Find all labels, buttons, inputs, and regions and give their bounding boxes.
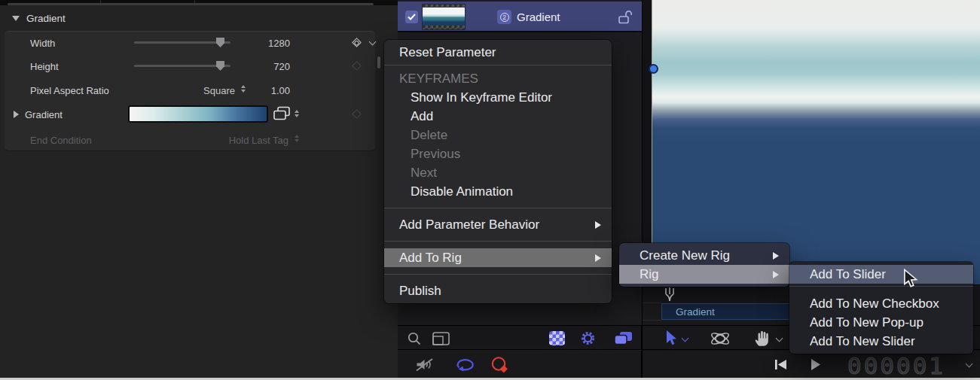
fit-window-icon[interactable] [432,332,450,345]
end-condition-label: End Condition [30,135,92,146]
submenu-arrow-icon [595,221,601,229]
inspector-panel: Gradient Width 1280 Height 720 Pixel Asp… [0,0,398,380]
canvas-margin [643,0,652,284]
height-value[interactable]: 720 [226,61,290,72]
panel-top-divider [0,0,398,5]
section-title: Gradient [26,13,66,24]
menu-item-add-to-slider[interactable]: Add To Slider [789,265,973,284]
select-tool-chevron-icon[interactable] [682,335,689,342]
transparency-checkerboard-icon[interactable] [549,331,565,345]
gradient-preset-icon[interactable] [273,106,291,122]
motion-window: Gradient Width 1280 Height 720 Pixel Asp… [0,0,980,380]
menu-item-add-to-new-slider[interactable]: Add To New Slider [789,332,973,351]
search-icon[interactable] [407,331,422,346]
menu-item-delete-keyframe: Delete [384,126,612,144]
disclosure-triangle-icon[interactable] [12,16,20,21]
menu-item-add-to-rig[interactable]: Add To Rig [384,248,612,267]
menu-separator [384,274,612,275]
menu-item-add-parameter-behavior[interactable]: Add Parameter Behavior [384,215,612,234]
gear-icon[interactable] [580,330,596,346]
timeline-row-divider [643,320,661,321]
menu-item-add-to-new-popup[interactable]: Add To New Pop-up [789,313,973,332]
gradient-preset-stepper-icon[interactable] [295,110,299,117]
layers-toolbar [398,325,642,350]
pixel-aspect-ratio-label: Pixel Aspect Ratio [30,85,109,96]
timeline-row-divider [643,302,661,303]
menu-item-show-in-keyframe-editor[interactable]: Show In Keyframe Editor [384,88,612,107]
select-tool-icon[interactable] [664,330,677,346]
menu-section-keyframes: KEYFRAMES [384,69,612,88]
layer-thumbnail[interactable] [422,4,466,30]
menu-separator [789,286,973,287]
canvas-gradient-object[interactable] [652,0,980,284]
menu-separator [384,241,612,242]
playhead-marker-icon[interactable] [664,287,676,302]
mouse-cursor-icon [903,269,918,290]
mute-icon[interactable] [414,356,435,373]
rig-submenu: Create New Rig Rig [619,243,789,287]
pixel-aspect-ratio-popup[interactable]: Square [151,85,235,96]
width-label: Width [30,38,55,49]
record-animation-icon[interactable] [490,355,511,375]
timecode-field[interactable]: 000001 [840,352,953,379]
check-icon [408,14,416,20]
menu-separator [384,208,612,208]
inspector-scrollbar-thumb[interactable] [377,56,380,68]
timecode-chevron-icon[interactable] [966,360,973,368]
go-to-start-icon[interactable] [774,359,787,370]
submenu-arrow-icon [773,271,779,278]
pixel-aspect-ratio-value: 1.00 [226,85,290,96]
layer-row-gradient[interactable]: 2 Gradient [398,2,642,32]
hand-tool-chevron-icon[interactable] [776,335,783,342]
menu-item-reset-parameter[interactable]: Reset Parameter [384,43,612,62]
orbit-3d-tool-icon[interactable] [709,329,731,348]
layers-icon[interactable] [614,331,633,346]
unlock-icon[interactable] [618,9,633,25]
menu-item-next-keyframe: Next [384,163,612,182]
submenu-arrow-icon [773,252,779,260]
height-label: Height [30,61,59,72]
menu-item-rig[interactable]: Rig [619,265,789,284]
gradient-section-header[interactable]: Gradient [12,13,66,24]
timeline-track-label: Gradient [676,306,715,318]
slider-submenu: Add To Slider Add To New Checkbox Add To… [789,262,973,354]
parameter-context-menu: Reset Parameter KEYFRAMES Show In Keyfra… [384,40,612,303]
menu-item-add-keyframe[interactable]: Add [384,107,612,126]
horizontal-scrollbar-track[interactable] [8,3,374,5]
menu-item-disable-animation[interactable]: Disable Animation [384,182,612,201]
layer-name: Gradient [517,11,560,23]
object-selection-handle[interactable] [649,64,658,74]
loop-playback-icon[interactable] [454,357,477,372]
menu-item-add-to-new-checkbox[interactable]: Add To New Checkbox [789,294,973,313]
gradient-row-label: Gradient [25,109,63,120]
menu-item-publish[interactable]: Publish [384,281,612,300]
height-slider[interactable] [134,65,230,67]
badge-count: 2 [500,13,509,22]
hand-tool-icon[interactable] [753,329,771,348]
gradient-disclosure-icon[interactable] [14,111,19,118]
width-value[interactable]: 1280 [226,38,290,49]
menu-separator [384,65,612,65]
menu-item-create-new-rig[interactable]: Create New Rig [619,246,789,265]
layer-rig-badge: 2 [497,10,511,24]
gradient-preview[interactable] [128,105,268,123]
end-condition-stepper-icon [295,135,299,142]
submenu-arrow-icon [595,254,601,262]
width-slider[interactable] [134,41,230,44]
left-transport-bar [398,351,642,378]
right-transport-bar: 000001 [643,351,980,378]
end-condition-popup: Hold Last Tag [181,135,289,146]
menu-item-previous-keyframe: Previous [384,144,612,163]
play-icon[interactable] [810,358,821,371]
layer-activation-checkbox[interactable] [405,11,418,23]
